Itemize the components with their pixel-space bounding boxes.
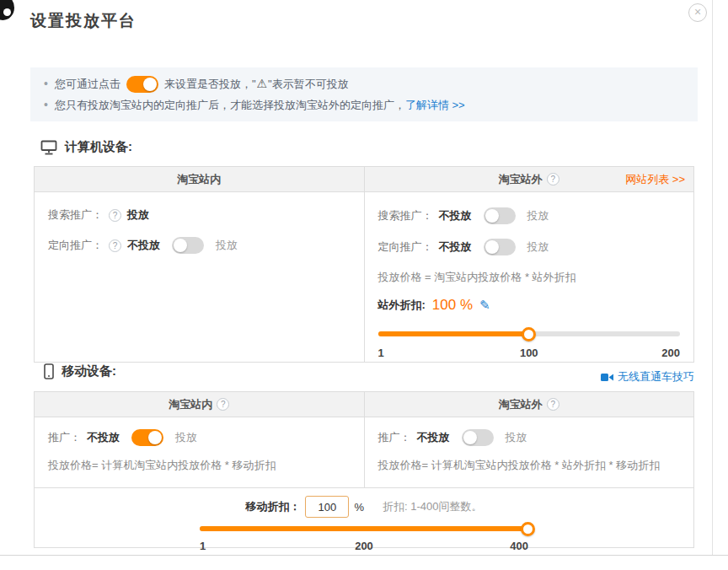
mobile-onsite-price-formula: 投放价格= 计算机淘宝站内投放价格 * 移动折扣	[48, 458, 351, 473]
state-off-label: 不投放	[87, 430, 120, 445]
state-off-label: 不投放	[439, 208, 472, 223]
toggle-knob	[485, 209, 499, 223]
state-on-label: 投放	[216, 238, 238, 253]
state-on-label: 投放	[506, 430, 527, 445]
mobile-onsite-promo-row: 推广： 不投放 投放	[48, 429, 351, 446]
mobile-table-body: 推广： 不投放 投放 投放价格= 计算机淘宝站内投放价格 * 移动折扣 推广： …	[35, 417, 693, 487]
computer-onsite-column-header: 淘宝站内	[35, 167, 364, 191]
wireless-tips-link[interactable]: 无线直通车技巧	[601, 369, 694, 384]
notice-text: "表示暂不可投放	[268, 75, 349, 93]
state-off-label: 不投放	[417, 430, 450, 445]
mobile-discount-label: 移动折扣：	[245, 499, 300, 514]
pc-offsite-search-row: 搜索推广： 不投放 投放	[378, 207, 681, 224]
offsite-price-formula: 投放价格 = 淘宝站内投放价格 * 站外折扣	[378, 270, 681, 285]
mobile-onsite-cell: 推广： 不投放 投放 投放价格= 计算机淘宝站内投放价格 * 移动折扣	[35, 417, 364, 487]
page-title: 设置投放平台	[30, 10, 136, 32]
state-off-label: 不投放	[127, 238, 160, 253]
mobile-table: 淘宝站内 ? 淘宝站外 ? 推广： 不投放 投放 投放价格= 计算机淘宝站内投放…	[34, 391, 694, 548]
slider-min-label: 1	[378, 347, 384, 359]
toggle-knob	[463, 431, 477, 444]
notice-text: 您可通过点击	[55, 75, 120, 93]
slider-fill	[200, 526, 528, 531]
notice-text: 来设置是否投放，"	[164, 75, 256, 93]
column-header-label: 淘宝站外	[499, 397, 543, 412]
mobile-section-header: 移动设备:	[44, 363, 116, 379]
mobile-slider-thumb[interactable]	[521, 522, 535, 536]
help-icon[interactable]: ?	[109, 209, 121, 222]
mobile-slider-area: 1 200 400	[200, 522, 528, 553]
search-promo-label: 搜索推广：	[48, 207, 103, 223]
promo-label: 推广：	[48, 430, 81, 445]
mobile-discount-controls: 移动折扣： % 折扣: 1-400间整数。	[35, 495, 693, 519]
state-on-label: 投放	[527, 208, 549, 223]
mobile-discount-row: 移动折扣： % 折扣: 1-400间整数。 1 200 400	[35, 487, 693, 548]
computer-section-title: 计算机设备:	[65, 139, 132, 155]
notice-text: 您只有投放淘宝站内的定向推广后，才能选择投放淘宝站外的定向推广，	[55, 96, 405, 114]
offsite-slider-thumb[interactable]	[522, 327, 536, 341]
computer-offsite-column-header: 淘宝站外 ? 网站列表 >>	[364, 167, 694, 191]
mobile-discount-slider[interactable]	[200, 522, 528, 535]
warning-icon: ⚠	[257, 75, 268, 93]
help-icon[interactable]: ?	[547, 398, 559, 411]
dialog-bottom-border	[0, 555, 728, 556]
site-list-link[interactable]: 网站列表 >>	[625, 167, 685, 192]
computer-table-header: 淘宝站内 淘宝站外 ? 网站列表 >>	[35, 167, 693, 192]
help-icon[interactable]: ?	[109, 239, 121, 252]
computer-section-header: 计算机设备:	[40, 139, 132, 155]
computer-table-body: 搜索推广： ? 投放 定向推广： ? 不投放 投放 搜索推广： 不投放 投放	[35, 192, 693, 362]
toggle-knob	[174, 239, 187, 252]
offsite-discount-slider[interactable]	[378, 327, 681, 341]
learn-more-link[interactable]: 了解详情 >>	[405, 96, 465, 114]
pc-offsite-target-row: 定向推广： 不投放 投放	[378, 239, 681, 255]
mobile-phone-icon	[44, 363, 54, 379]
mobile-section-title: 移动设备:	[62, 363, 116, 379]
edit-pencil-icon[interactable]: ✎	[479, 298, 490, 313]
help-icon[interactable]: ?	[217, 398, 229, 411]
toggle-knob	[143, 78, 157, 91]
search-promo-label: 搜索推广：	[378, 208, 433, 223]
mobile-offsite-toggle[interactable]	[462, 429, 494, 446]
slider-max-label: 400	[510, 540, 528, 552]
pc-onsite-target-row: 定向推广： ? 不投放 投放	[48, 237, 351, 254]
mobile-offsite-promo-row: 推广： 不投放 投放	[378, 429, 681, 446]
notice-panel: • 您可通过点击 来设置是否投放，" ⚠ "表示暂不可投放 • 您只有投放淘宝站…	[30, 67, 698, 121]
column-header-label: 淘宝站内	[169, 397, 212, 412]
pc-onsite-search-row: 搜索推广： ? 投放	[48, 207, 351, 223]
mobile-table-header: 淘宝站内 ? 淘宝站外 ?	[35, 392, 693, 417]
mobile-discount-hint: 折扣: 1-400间整数。	[383, 499, 482, 514]
corner-avatar-fragment	[0, 0, 14, 20]
computer-icon	[40, 140, 57, 155]
search-promo-state: 投放	[127, 207, 149, 223]
computer-onsite-cell: 搜索推广： ? 投放 定向推广： ? 不投放 投放	[35, 192, 364, 362]
slider-min-label: 1	[200, 540, 206, 552]
target-promo-label: 定向推广：	[378, 239, 433, 255]
mobile-discount-unit: %	[354, 501, 364, 514]
toggle-knob	[148, 431, 162, 444]
mobile-discount-input[interactable]	[305, 496, 349, 518]
notice-line-2: • 您只有投放淘宝站内的定向推广后，才能选择投放淘宝站外的定向推广， 了解详情 …	[44, 96, 684, 114]
target-promo-label: 定向推广：	[48, 238, 103, 253]
state-on-label: 投放	[175, 430, 197, 445]
pc-offsite-target-toggle[interactable]	[484, 239, 516, 255]
pc-offsite-search-toggle[interactable]	[484, 207, 516, 224]
close-button[interactable]: ×	[688, 3, 707, 22]
help-icon[interactable]: ?	[547, 173, 559, 186]
pc-onsite-target-toggle[interactable]	[172, 237, 204, 254]
mobile-offsite-column-header: 淘宝站外 ?	[364, 392, 694, 417]
dialog-right-border	[712, 0, 713, 556]
offsite-slider-labels: 1 100 200	[378, 347, 681, 360]
mobile-onsite-toggle[interactable]	[131, 429, 163, 446]
mobile-slider-labels: 1 200 400	[200, 540, 528, 553]
mobile-offsite-price-formula: 投放价格= 计算机淘宝站内投放价格 * 站外折扣 * 移动折扣	[378, 458, 681, 473]
state-off-label: 不投放	[439, 239, 472, 255]
close-icon: ×	[694, 5, 701, 19]
wireless-tips-label: 无线直通车技巧	[618, 369, 694, 384]
offsite-discount-value: 100 %	[432, 297, 473, 314]
slider-max-label: 200	[661, 347, 680, 359]
column-header-label: 淘宝站内	[177, 172, 221, 187]
slider-mid-label: 100	[520, 347, 538, 359]
set-delivery-platform-dialog: 设置投放平台 × • 您可通过点击 来设置是否投放，" ⚠ "表示暂不可投放 •…	[0, 0, 728, 570]
offsite-discount-label: 站外折扣:	[378, 298, 426, 313]
slider-track[interactable]	[200, 526, 528, 531]
bullet-icon: •	[44, 75, 48, 93]
